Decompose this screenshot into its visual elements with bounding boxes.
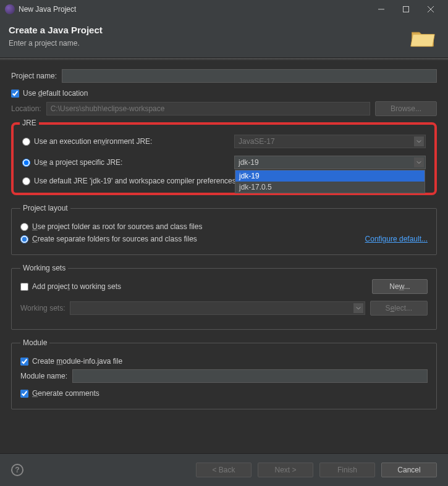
jre-option-jdk1705[interactable]: jdk-17.0.5	[235, 182, 425, 193]
select-working-set-button: Select...	[370, 301, 428, 316]
cancel-button[interactable]: Cancel	[381, 463, 437, 477]
svg-rect-1	[404, 7, 409, 12]
window-title: New Java Project	[19, 5, 369, 14]
wizard-folder-icon	[410, 25, 436, 51]
jre-group-highlight: JRE Use an execution environment JRE: Ja…	[11, 122, 437, 195]
jre-env-select: JavaSE-17	[234, 135, 426, 148]
module-group: Module Create module-info.java file Modu…	[11, 338, 437, 409]
jre-env-label[interactable]: Use an execution environment JRE:	[34, 137, 152, 146]
location-input	[46, 102, 370, 115]
use-default-location-label[interactable]: Use default location	[23, 89, 88, 98]
configure-default-link[interactable]: Configure default...	[365, 235, 428, 243]
jre-specific-select[interactable]: jdk-19 jdk-19 jdk-17.0.5	[234, 156, 426, 169]
module-name-input[interactable]	[72, 369, 428, 383]
layout-separate-label[interactable]: Create separate folders for sources and …	[32, 235, 197, 243]
jre-legend: JRE	[20, 119, 39, 127]
chevron-down-icon	[353, 303, 363, 313]
add-working-sets-checkbox[interactable]	[20, 283, 28, 291]
minimize-button[interactable]	[369, 0, 394, 19]
generate-comments-checkbox[interactable]	[20, 390, 28, 398]
add-working-sets-label[interactable]: Add project to working sets	[32, 282, 121, 291]
jre-default-radio[interactable]	[22, 177, 30, 185]
page-title: Create a Java Project	[9, 25, 439, 35]
jre-specific-label[interactable]: Use a project specific JRE:	[34, 158, 122, 167]
working-sets-field-label: Working sets:	[20, 304, 65, 312]
module-legend: Module	[20, 338, 49, 347]
location-label: Location:	[11, 104, 41, 113]
module-name-label: Module name:	[20, 372, 67, 380]
help-button[interactable]: ?	[11, 464, 23, 476]
page-subtitle: Enter a project name.	[9, 39, 439, 48]
working-sets-group: Working sets Add project to working sets…	[11, 264, 437, 330]
jre-specific-dropdown[interactable]: jdk-19 jdk-17.0.5	[235, 170, 425, 193]
layout-root-label[interactable]: Use project folder as root for sources a…	[32, 222, 202, 231]
project-layout-group: Project layout Use project folder as roo…	[11, 204, 437, 255]
project-name-label: Project name:	[11, 72, 57, 80]
back-button: < Back	[196, 463, 251, 477]
close-button[interactable]	[418, 0, 443, 19]
browse-button: Browse...	[375, 101, 437, 116]
layout-root-radio[interactable]	[20, 223, 28, 231]
eclipse-icon	[5, 4, 15, 14]
jre-option-jdk19[interactable]: jdk-19	[235, 170, 425, 182]
layout-separate-radio[interactable]	[20, 235, 28, 243]
generate-comments-label[interactable]: Generate comments	[32, 389, 99, 398]
maximize-button[interactable]	[394, 0, 418, 19]
jre-env-radio[interactable]	[22, 138, 30, 146]
new-working-set-button[interactable]: New...	[372, 279, 428, 294]
jre-default-label[interactable]: Use default JRE 'jdk-19' and workspace c…	[34, 177, 236, 185]
project-name-input[interactable]	[62, 69, 437, 83]
create-module-info-checkbox[interactable]	[20, 358, 28, 366]
finish-button: Finish	[319, 463, 375, 477]
next-button: Next >	[258, 463, 313, 477]
project-layout-legend: Project layout	[20, 204, 70, 212]
working-sets-select	[70, 301, 365, 315]
create-module-info-label[interactable]: Create module-info.java file	[32, 357, 122, 366]
jre-specific-radio[interactable]	[22, 159, 30, 167]
use-default-location-checkbox[interactable]	[11, 90, 19, 98]
working-sets-legend: Working sets	[20, 264, 68, 272]
chevron-down-icon[interactable]	[414, 157, 424, 167]
chevron-down-icon	[414, 136, 424, 146]
